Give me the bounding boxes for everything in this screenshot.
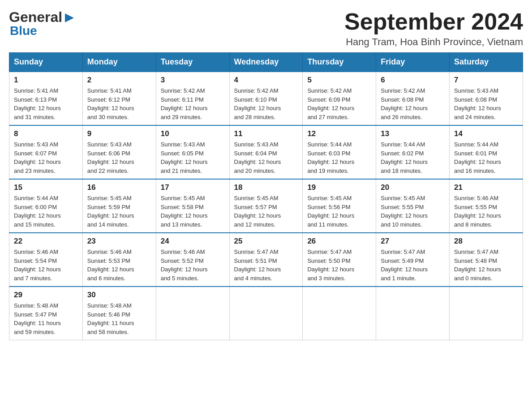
day-info: Sunrise: 5:45 AM Sunset: 5:55 PM Dayligh… — [381, 194, 445, 229]
column-header-friday: Friday — [376, 53, 450, 72]
calendar-cell: 29Sunrise: 5:48 AM Sunset: 5:47 PM Dayli… — [9, 287, 83, 340]
calendar-cell: 15Sunrise: 5:44 AM Sunset: 6:00 PM Dayli… — [9, 179, 83, 233]
calendar-cell: 27Sunrise: 5:47 AM Sunset: 5:49 PM Dayli… — [376, 233, 450, 287]
svg-marker-0 — [65, 13, 74, 22]
calendar-cell: 26Sunrise: 5:47 AM Sunset: 5:50 PM Dayli… — [303, 233, 376, 287]
calendar-header-row: SundayMondayTuesdayWednesdayThursdayFrid… — [9, 53, 523, 72]
day-info: Sunrise: 5:43 AM Sunset: 6:04 PM Dayligh… — [234, 140, 298, 175]
day-info: Sunrise: 5:48 AM Sunset: 5:46 PM Dayligh… — [87, 301, 151, 336]
calendar-cell: 28Sunrise: 5:47 AM Sunset: 5:48 PM Dayli… — [450, 233, 523, 287]
day-info: Sunrise: 5:47 AM Sunset: 5:50 PM Dayligh… — [307, 248, 371, 283]
day-info: Sunrise: 5:47 AM Sunset: 5:49 PM Dayligh… — [381, 248, 445, 283]
logo: General Blue — [9, 9, 76, 38]
logo-arrow-icon — [63, 12, 76, 24]
logo-blue-text: Blue — [10, 24, 37, 38]
calendar-week-row: 15Sunrise: 5:44 AM Sunset: 6:00 PM Dayli… — [9, 179, 523, 233]
column-header-tuesday: Tuesday — [156, 53, 229, 72]
day-number: 6 — [381, 76, 445, 85]
day-number: 19 — [307, 183, 371, 192]
day-number: 27 — [381, 237, 445, 246]
day-info: Sunrise: 5:44 AM Sunset: 6:02 PM Dayligh… — [381, 140, 445, 175]
calendar-cell: 23Sunrise: 5:46 AM Sunset: 5:53 PM Dayli… — [82, 233, 156, 287]
day-number: 25 — [234, 237, 298, 246]
day-number: 30 — [87, 291, 151, 300]
day-number: 3 — [161, 76, 225, 85]
day-info: Sunrise: 5:43 AM Sunset: 6:06 PM Dayligh… — [87, 140, 151, 175]
day-number: 24 — [161, 237, 225, 246]
calendar-cell — [303, 287, 376, 340]
day-number: 4 — [234, 76, 298, 85]
day-info: Sunrise: 5:46 AM Sunset: 5:53 PM Dayligh… — [87, 248, 151, 283]
location-title: Hang Tram, Hoa Binh Province, Vietnam — [344, 36, 523, 48]
day-number: 12 — [307, 129, 371, 138]
day-info: Sunrise: 5:46 AM Sunset: 5:55 PM Dayligh… — [454, 194, 518, 229]
day-info: Sunrise: 5:48 AM Sunset: 5:47 PM Dayligh… — [14, 301, 78, 336]
calendar-cell: 3Sunrise: 5:42 AM Sunset: 6:11 PM Daylig… — [156, 72, 229, 125]
day-info: Sunrise: 5:46 AM Sunset: 5:54 PM Dayligh… — [14, 248, 78, 283]
calendar-cell: 16Sunrise: 5:45 AM Sunset: 5:59 PM Dayli… — [82, 179, 156, 233]
calendar-cell: 21Sunrise: 5:46 AM Sunset: 5:55 PM Dayli… — [450, 179, 523, 233]
calendar-cell — [156, 287, 229, 340]
logo-general-text: General — [9, 9, 62, 26]
day-info: Sunrise: 5:45 AM Sunset: 5:57 PM Dayligh… — [234, 194, 298, 229]
calendar-cell: 11Sunrise: 5:43 AM Sunset: 6:04 PM Dayli… — [229, 125, 303, 179]
calendar-week-row: 8Sunrise: 5:43 AM Sunset: 6:07 PM Daylig… — [9, 125, 523, 179]
day-info: Sunrise: 5:45 AM Sunset: 5:59 PM Dayligh… — [87, 194, 151, 229]
calendar-week-row: 22Sunrise: 5:46 AM Sunset: 5:54 PM Dayli… — [9, 233, 523, 287]
calendar-cell: 22Sunrise: 5:46 AM Sunset: 5:54 PM Dayli… — [9, 233, 83, 287]
calendar-week-row: 1Sunrise: 5:41 AM Sunset: 6:13 PM Daylig… — [9, 72, 523, 125]
day-info: Sunrise: 5:42 AM Sunset: 6:09 PM Dayligh… — [307, 86, 371, 121]
day-info: Sunrise: 5:45 AM Sunset: 5:58 PM Dayligh… — [161, 194, 225, 229]
day-info: Sunrise: 5:44 AM Sunset: 6:01 PM Dayligh… — [454, 140, 518, 175]
day-info: Sunrise: 5:44 AM Sunset: 6:03 PM Dayligh… — [307, 140, 371, 175]
calendar-cell: 9Sunrise: 5:43 AM Sunset: 6:06 PM Daylig… — [82, 125, 156, 179]
calendar-cell: 30Sunrise: 5:48 AM Sunset: 5:46 PM Dayli… — [82, 287, 156, 340]
calendar-cell — [229, 287, 303, 340]
calendar-cell: 18Sunrise: 5:45 AM Sunset: 5:57 PM Dayli… — [229, 179, 303, 233]
day-number: 7 — [454, 76, 518, 85]
calendar-cell: 7Sunrise: 5:43 AM Sunset: 6:08 PM Daylig… — [450, 72, 523, 125]
page-header: General Blue September 2024 Hang Tram, H… — [9, 9, 523, 48]
calendar-cell: 20Sunrise: 5:45 AM Sunset: 5:55 PM Dayli… — [376, 179, 450, 233]
day-number: 20 — [381, 183, 445, 192]
day-number: 17 — [161, 183, 225, 192]
calendar-week-row: 29Sunrise: 5:48 AM Sunset: 5:47 PM Dayli… — [9, 287, 523, 340]
month-title: September 2024 — [344, 9, 523, 34]
day-number: 16 — [87, 183, 151, 192]
day-info: Sunrise: 5:41 AM Sunset: 6:13 PM Dayligh… — [14, 86, 78, 121]
day-number: 21 — [454, 183, 518, 192]
calendar-cell — [376, 287, 450, 340]
column-header-sunday: Sunday — [9, 53, 83, 72]
day-number: 5 — [307, 76, 371, 85]
day-number: 2 — [87, 76, 151, 85]
day-number: 23 — [87, 237, 151, 246]
calendar-cell: 19Sunrise: 5:45 AM Sunset: 5:56 PM Dayli… — [303, 179, 376, 233]
calendar-cell: 4Sunrise: 5:42 AM Sunset: 6:10 PM Daylig… — [229, 72, 303, 125]
day-info: Sunrise: 5:46 AM Sunset: 5:52 PM Dayligh… — [161, 248, 225, 283]
day-info: Sunrise: 5:47 AM Sunset: 5:51 PM Dayligh… — [234, 248, 298, 283]
calendar-cell: 12Sunrise: 5:44 AM Sunset: 6:03 PM Dayli… — [303, 125, 376, 179]
day-number: 8 — [14, 129, 78, 138]
calendar-cell: 6Sunrise: 5:42 AM Sunset: 6:08 PM Daylig… — [376, 72, 450, 125]
calendar-cell: 10Sunrise: 5:43 AM Sunset: 6:05 PM Dayli… — [156, 125, 229, 179]
day-number: 13 — [381, 129, 445, 138]
calendar-cell: 14Sunrise: 5:44 AM Sunset: 6:01 PM Dayli… — [450, 125, 523, 179]
day-info: Sunrise: 5:45 AM Sunset: 5:56 PM Dayligh… — [307, 194, 371, 229]
day-info: Sunrise: 5:43 AM Sunset: 6:07 PM Dayligh… — [14, 140, 78, 175]
day-info: Sunrise: 5:42 AM Sunset: 6:10 PM Dayligh… — [234, 86, 298, 121]
calendar-cell: 17Sunrise: 5:45 AM Sunset: 5:58 PM Dayli… — [156, 179, 229, 233]
calendar-cell: 25Sunrise: 5:47 AM Sunset: 5:51 PM Dayli… — [229, 233, 303, 287]
day-number: 22 — [14, 237, 78, 246]
day-number: 1 — [14, 76, 78, 85]
title-area: September 2024 Hang Tram, Hoa Binh Provi… — [344, 9, 523, 48]
day-info: Sunrise: 5:42 AM Sunset: 6:08 PM Dayligh… — [381, 86, 445, 121]
day-number: 28 — [454, 237, 518, 246]
calendar-cell: 5Sunrise: 5:42 AM Sunset: 6:09 PM Daylig… — [303, 72, 376, 125]
calendar-cell: 1Sunrise: 5:41 AM Sunset: 6:13 PM Daylig… — [9, 72, 83, 125]
calendar-cell: 8Sunrise: 5:43 AM Sunset: 6:07 PM Daylig… — [9, 125, 83, 179]
day-number: 14 — [454, 129, 518, 138]
calendar-cell: 2Sunrise: 5:41 AM Sunset: 6:12 PM Daylig… — [82, 72, 156, 125]
column-header-saturday: Saturday — [450, 53, 523, 72]
day-number: 29 — [14, 291, 78, 300]
calendar-table: SundayMondayTuesdayWednesdayThursdayFrid… — [9, 52, 523, 340]
